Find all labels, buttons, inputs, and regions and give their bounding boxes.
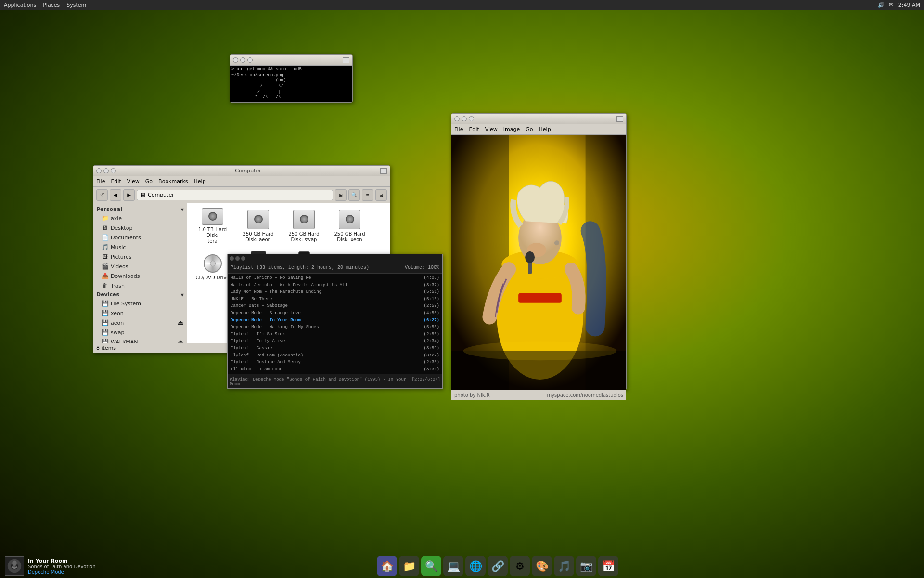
fm-menu-file[interactable]: File	[96, 178, 105, 184]
sidebar-item-desktop[interactable]: 🖥 Desktop	[93, 223, 187, 233]
iv-menu-edit[interactable]: Edit	[469, 126, 479, 132]
sidebar-item-aeon[interactable]: 💾 aeon ⏏	[93, 318, 187, 328]
player-info: In Your Room Songs of Faith and Devotion…	[28, 558, 96, 575]
fm-prev-btn[interactable]: ◀	[110, 189, 121, 201]
fm-compact-view-btn[interactable]: ⊟	[375, 189, 387, 201]
sidebar-item-trash[interactable]: 🗑 Trash	[93, 281, 187, 290]
playlist-track-2[interactable]: Walls of Jericho – With Devils Amongst U…	[230, 282, 440, 289]
taskbar-player: In Your Room Songs of Faith and Devotion…	[5, 556, 96, 576]
fm-location-text: Computer	[148, 192, 174, 198]
sidebar-item-videos[interactable]: 🎬 Videos	[93, 262, 187, 271]
terminal-body[interactable]: > apt-get moo && scrot -cd5 ~/Desktop/sc…	[230, 66, 352, 102]
terminal-min-btn[interactable]	[240, 57, 245, 63]
imageviewer-close-btn[interactable]	[454, 116, 460, 121]
sidebar-item-axie[interactable]: 📁 axie	[93, 213, 187, 223]
filemanager-titlebar: Computer	[93, 166, 390, 176]
filesystem-icon: 💾	[101, 300, 109, 307]
email-icon[interactable]: ✉	[889, 2, 894, 8]
filemanager-max-btn[interactable]	[111, 168, 116, 173]
fm-menu-bookmarks[interactable]: Bookmarks	[158, 178, 188, 184]
fm-list-view-btn[interactable]: ≡	[362, 189, 373, 201]
swap-icon: 💾	[101, 328, 109, 336]
dock-paint-icon[interactable]: 🎨	[532, 556, 552, 576]
dock-network-icon[interactable]: 🔗	[488, 556, 508, 576]
places-menu[interactable]: Places	[43, 2, 60, 8]
iv-menu-view[interactable]: View	[485, 126, 498, 132]
dock-search-icon[interactable]: 🔍	[421, 556, 441, 576]
imageviewer-maximize[interactable]	[616, 116, 623, 122]
playlist-track-1[interactable]: Walls of Jericho – No Saving Me (4:08)	[230, 275, 440, 282]
playlist-close-btn[interactable]	[230, 256, 234, 261]
sidebar-item-downloads[interactable]: 📥 Downloads	[93, 271, 187, 281]
sidebar-personal-header[interactable]: Personal	[93, 205, 187, 213]
file-icon-xeon[interactable]: 250 GB HardDisk: xeon	[329, 208, 370, 244]
volume-icon[interactable]: 🔊	[878, 2, 885, 8]
playlist-track-3[interactable]: Lady Nom Nom – The Parachute Ending (5:5…	[230, 289, 440, 296]
devices-chevron	[181, 291, 184, 298]
playlist-track-12[interactable]: Flyleaf – Red Sam (Acoustic) (3:27)	[230, 352, 440, 359]
sidebar-item-xeon[interactable]: 💾 xeon	[93, 308, 187, 318]
iv-menu-image[interactable]: Image	[503, 126, 520, 132]
fm-menu-go[interactable]: Go	[145, 178, 153, 184]
aeon-eject-icon[interactable]: ⏏	[178, 319, 184, 327]
player-artist: Depeche Mode	[28, 569, 96, 575]
pictures-icon: 🖼	[101, 253, 109, 261]
sidebar-item-documents[interactable]: 📄 Documents	[93, 233, 187, 242]
fm-next-btn[interactable]: ▶	[123, 189, 135, 201]
playlist-track-13[interactable]: Flyleaf – Justice And Mercy (2:35)	[230, 359, 440, 366]
dock-settings-icon[interactable]: ⚙	[510, 556, 530, 576]
iv-menu-help[interactable]: Help	[539, 126, 551, 132]
iv-status-right: myspace.com/noomediastudios	[547, 393, 623, 398]
sidebar-devices-header[interactable]: Devices	[93, 290, 187, 299]
dock-calendar-icon[interactable]: 📅	[598, 556, 618, 576]
dock-browser-icon[interactable]: 🌐	[465, 556, 486, 576]
dock-camera-icon[interactable]: 📷	[576, 556, 596, 576]
imageviewer-max-btn[interactable]	[469, 116, 474, 121]
imageviewer-min-btn[interactable]	[462, 116, 467, 121]
playlist-body[interactable]: Walls of Jericho – No Saving Me (4:08) W…	[228, 274, 442, 374]
sidebar-item-filesystem[interactable]: 💾 File System	[93, 299, 187, 308]
iv-menu-file[interactable]: File	[454, 126, 463, 132]
fm-search-btn[interactable]: 🔍	[348, 189, 360, 201]
playlist-max-btn[interactable]	[241, 256, 245, 261]
file-icon-swap[interactable]: 250 GB HardDisk: swap	[283, 208, 324, 244]
filemanager-close-btn[interactable]	[96, 168, 102, 173]
dock-home-icon[interactable]: 🏠	[377, 556, 397, 576]
fm-menu-edit[interactable]: Edit	[111, 178, 121, 184]
dock-terminal-icon[interactable]: 💻	[443, 556, 463, 576]
sidebar-item-walkman[interactable]: 💾 WALKMAN ⏏	[93, 337, 187, 343]
playlist-track-6[interactable]: Depeche Mode – Strange Love (4:55)	[230, 310, 440, 317]
sidebar-item-pictures[interactable]: 🖼 Pictures	[93, 252, 187, 262]
filemanager-maximize[interactable]	[380, 168, 387, 174]
desktop-icon: 🖥	[101, 224, 109, 232]
applications-menu[interactable]: Applications	[4, 2, 36, 8]
playlist-track-7[interactable]: Depeche Mode – In Your Room (6:27)	[230, 317, 440, 324]
terminal-close-btn[interactable]	[233, 57, 238, 63]
filemanager-min-btn[interactable]	[103, 168, 109, 173]
fm-menu-help[interactable]: Help	[194, 178, 206, 184]
dock-folder-icon[interactable]: 📁	[399, 556, 419, 576]
playlist-track-9[interactable]: Flyleaf – I'm So Sick (2:56)	[230, 331, 440, 338]
sidebar-item-swap[interactable]: 💾 swap	[93, 328, 187, 337]
playlist-track-4[interactable]: UNKLE – Be There (5:16)	[230, 296, 440, 303]
fm-location-bar[interactable]: 🖥 Computer	[137, 190, 333, 200]
fm-icon-view-btn[interactable]: ⊞	[335, 189, 346, 201]
terminal-max-btn[interactable]	[247, 57, 253, 63]
iv-menu-go[interactable]: Go	[526, 126, 533, 132]
system-menu[interactable]: System	[66, 2, 86, 8]
playlist-track-10[interactable]: Flyleaf – Fully Alive (2:34)	[230, 338, 440, 345]
terminal-maximize[interactable]	[343, 57, 349, 63]
file-icon-aeon[interactable]: 250 GB HardDisk: aeon	[238, 208, 279, 244]
fm-back-btn[interactable]: ↺	[96, 189, 108, 201]
dock-media-icon[interactable]: 🎵	[554, 556, 574, 576]
playlist-min-btn[interactable]	[235, 256, 240, 261]
playlist-track-5[interactable]: Cancer Bats – Sabotage (2:59)	[230, 302, 440, 310]
sidebar-item-music[interactable]: 🎵 Music	[93, 242, 187, 252]
walkman-eject-icon[interactable]: ⏏	[178, 338, 184, 343]
concert-photo-svg	[451, 135, 626, 390]
playlist-track-14[interactable]: Ill Nino – I Am Loco (3:31)	[230, 366, 440, 373]
playlist-track-8[interactable]: Depeche Mode – Walking In My Shoes (5:53…	[230, 324, 440, 331]
playlist-track-11[interactable]: Flyleaf – Cassie (3:59)	[230, 345, 440, 352]
file-icon-tera[interactable]: 1.0 TB Hard Disk:tera	[192, 208, 233, 244]
fm-menu-view[interactable]: View	[127, 178, 140, 184]
